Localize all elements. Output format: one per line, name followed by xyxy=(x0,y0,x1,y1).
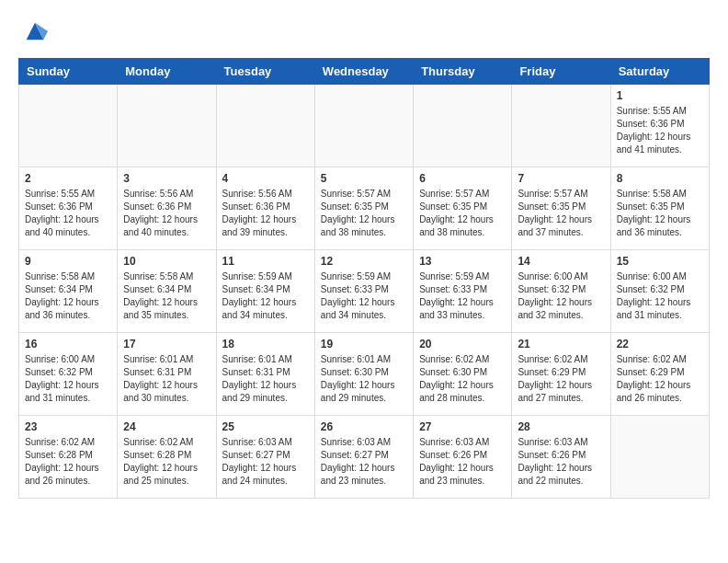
day-info: Sunrise: 5:56 AM Sunset: 6:36 PM Dayligh… xyxy=(123,188,210,239)
day-info: Sunrise: 5:57 AM Sunset: 6:35 PM Dayligh… xyxy=(419,188,506,239)
day-number: 28 xyxy=(518,420,604,433)
col-header-thursday: Thursday xyxy=(414,59,512,85)
day-number: 22 xyxy=(617,338,703,350)
day-info: Sunrise: 6:02 AM Sunset: 6:30 PM Dayligh… xyxy=(419,353,506,405)
week-row-1: 1Sunrise: 5:55 AM Sunset: 6:36 PM Daylig… xyxy=(19,85,710,167)
day-info: Sunrise: 5:59 AM Sunset: 6:33 PM Dayligh… xyxy=(419,270,506,322)
calendar-cell: 17Sunrise: 6:01 AM Sunset: 6:31 PM Dayli… xyxy=(118,333,216,416)
day-number: 9 xyxy=(25,255,111,268)
day-info: Sunrise: 5:56 AM Sunset: 6:36 PM Dayligh… xyxy=(222,188,309,239)
col-header-saturday: Saturday xyxy=(610,59,709,85)
day-info: Sunrise: 6:00 AM Sunset: 6:32 PM Dayligh… xyxy=(518,270,604,322)
calendar-cell: 26Sunrise: 6:03 AM Sunset: 6:27 PM Dayli… xyxy=(314,416,413,499)
day-number: 2 xyxy=(25,172,111,185)
calendar-cell xyxy=(314,85,413,167)
col-header-tuesday: Tuesday xyxy=(216,59,314,85)
header xyxy=(18,18,710,49)
day-number: 15 xyxy=(617,255,703,268)
calendar-cell: 22Sunrise: 6:02 AM Sunset: 6:29 PM Dayli… xyxy=(610,333,709,416)
calendar-cell: 21Sunrise: 6:02 AM Sunset: 6:29 PM Dayli… xyxy=(512,333,610,416)
day-info: Sunrise: 6:01 AM Sunset: 6:31 PM Dayligh… xyxy=(123,353,210,405)
col-header-wednesday: Wednesday xyxy=(314,59,413,85)
week-row-4: 16Sunrise: 6:00 AM Sunset: 6:32 PM Dayli… xyxy=(19,333,710,416)
day-info: Sunrise: 6:02 AM Sunset: 6:29 PM Dayligh… xyxy=(518,353,604,405)
calendar-cell: 15Sunrise: 6:00 AM Sunset: 6:32 PM Dayli… xyxy=(610,250,709,333)
calendar-cell: 6Sunrise: 5:57 AM Sunset: 6:35 PM Daylig… xyxy=(414,167,512,250)
day-info: Sunrise: 5:55 AM Sunset: 6:36 PM Dayligh… xyxy=(617,105,703,156)
calendar-cell: 20Sunrise: 6:02 AM Sunset: 6:30 PM Dayli… xyxy=(414,333,512,416)
day-number: 14 xyxy=(518,255,604,268)
day-number: 17 xyxy=(123,338,210,350)
col-header-friday: Friday xyxy=(512,59,610,85)
calendar-cell: 19Sunrise: 6:01 AM Sunset: 6:30 PM Dayli… xyxy=(314,333,413,416)
calendar-cell xyxy=(19,85,118,167)
day-number: 26 xyxy=(321,420,407,433)
day-info: Sunrise: 5:58 AM Sunset: 6:34 PM Dayligh… xyxy=(123,270,210,322)
calendar-cell: 18Sunrise: 6:01 AM Sunset: 6:31 PM Dayli… xyxy=(216,333,314,416)
day-info: Sunrise: 5:58 AM Sunset: 6:34 PM Dayligh… xyxy=(25,270,111,322)
week-row-2: 2Sunrise: 5:55 AM Sunset: 6:36 PM Daylig… xyxy=(19,167,710,250)
calendar-cell: 12Sunrise: 5:59 AM Sunset: 6:33 PM Dayli… xyxy=(314,250,413,333)
calendar-cell: 5Sunrise: 5:57 AM Sunset: 6:35 PM Daylig… xyxy=(314,167,413,250)
day-info: Sunrise: 6:00 AM Sunset: 6:32 PM Dayligh… xyxy=(617,270,703,322)
day-number: 20 xyxy=(419,338,506,350)
day-info: Sunrise: 5:59 AM Sunset: 6:33 PM Dayligh… xyxy=(321,270,407,322)
day-number: 6 xyxy=(419,172,506,185)
calendar-cell: 4Sunrise: 5:56 AM Sunset: 6:36 PM Daylig… xyxy=(216,167,314,250)
calendar-cell xyxy=(216,85,314,167)
day-number: 12 xyxy=(321,255,407,268)
calendar-cell: 1Sunrise: 5:55 AM Sunset: 6:36 PM Daylig… xyxy=(610,85,709,167)
day-number: 25 xyxy=(222,420,309,433)
calendar-cell: 27Sunrise: 6:03 AM Sunset: 6:26 PM Dayli… xyxy=(414,416,512,499)
day-info: Sunrise: 6:02 AM Sunset: 6:29 PM Dayligh… xyxy=(617,353,703,405)
calendar-cell: 10Sunrise: 5:58 AM Sunset: 6:34 PM Dayli… xyxy=(118,250,216,333)
calendar-header-row: SundayMondayTuesdayWednesdayThursdayFrid… xyxy=(19,59,710,85)
col-header-sunday: Sunday xyxy=(19,59,118,85)
calendar-cell xyxy=(512,85,610,167)
day-number: 1 xyxy=(617,89,703,102)
day-number: 18 xyxy=(222,338,309,350)
day-number: 3 xyxy=(123,172,210,185)
day-number: 19 xyxy=(321,338,407,350)
day-info: Sunrise: 6:03 AM Sunset: 6:26 PM Dayligh… xyxy=(419,436,506,488)
calendar-cell: 28Sunrise: 6:03 AM Sunset: 6:26 PM Dayli… xyxy=(512,416,610,499)
calendar-table: SundayMondayTuesdayWednesdayThursdayFrid… xyxy=(18,58,710,499)
day-info: Sunrise: 5:59 AM Sunset: 6:34 PM Dayligh… xyxy=(222,270,309,322)
calendar-cell: 14Sunrise: 6:00 AM Sunset: 6:32 PM Dayli… xyxy=(512,250,610,333)
calendar-cell: 25Sunrise: 6:03 AM Sunset: 6:27 PM Dayli… xyxy=(216,416,314,499)
calendar-cell xyxy=(118,85,216,167)
calendar-cell: 9Sunrise: 5:58 AM Sunset: 6:34 PM Daylig… xyxy=(19,250,118,333)
day-number: 5 xyxy=(321,172,407,185)
calendar-cell xyxy=(610,416,709,499)
day-info: Sunrise: 5:58 AM Sunset: 6:35 PM Dayligh… xyxy=(617,188,703,239)
calendar-cell: 13Sunrise: 5:59 AM Sunset: 6:33 PM Dayli… xyxy=(414,250,512,333)
calendar-cell: 16Sunrise: 6:00 AM Sunset: 6:32 PM Dayli… xyxy=(19,333,118,416)
day-info: Sunrise: 6:02 AM Sunset: 6:28 PM Dayligh… xyxy=(25,436,111,488)
day-number: 16 xyxy=(25,338,111,350)
logo xyxy=(18,18,48,49)
calendar-cell: 8Sunrise: 5:58 AM Sunset: 6:35 PM Daylig… xyxy=(610,167,709,250)
day-number: 23 xyxy=(25,420,111,433)
day-number: 13 xyxy=(419,255,506,268)
day-number: 21 xyxy=(518,338,604,350)
day-info: Sunrise: 5:55 AM Sunset: 6:36 PM Dayligh… xyxy=(25,188,111,239)
day-number: 27 xyxy=(419,420,506,433)
calendar-cell: 7Sunrise: 5:57 AM Sunset: 6:35 PM Daylig… xyxy=(512,167,610,250)
day-number: 4 xyxy=(222,172,309,185)
week-row-5: 23Sunrise: 6:02 AM Sunset: 6:28 PM Dayli… xyxy=(19,416,710,499)
day-number: 7 xyxy=(518,172,604,185)
day-number: 10 xyxy=(123,255,210,268)
day-number: 24 xyxy=(123,420,210,433)
calendar-cell: 3Sunrise: 5:56 AM Sunset: 6:36 PM Daylig… xyxy=(118,167,216,250)
day-info: Sunrise: 6:00 AM Sunset: 6:32 PM Dayligh… xyxy=(25,353,111,405)
col-header-monday: Monday xyxy=(118,59,216,85)
day-info: Sunrise: 6:03 AM Sunset: 6:27 PM Dayligh… xyxy=(222,436,309,488)
calendar-cell: 2Sunrise: 5:55 AM Sunset: 6:36 PM Daylig… xyxy=(19,167,118,250)
day-info: Sunrise: 6:02 AM Sunset: 6:28 PM Dayligh… xyxy=(123,436,210,488)
day-info: Sunrise: 6:03 AM Sunset: 6:26 PM Dayligh… xyxy=(518,436,604,488)
day-info: Sunrise: 5:57 AM Sunset: 6:35 PM Dayligh… xyxy=(518,188,604,239)
day-info: Sunrise: 6:01 AM Sunset: 6:31 PM Dayligh… xyxy=(222,353,309,405)
day-info: Sunrise: 6:03 AM Sunset: 6:27 PM Dayligh… xyxy=(321,436,407,488)
logo-icon xyxy=(22,18,48,44)
calendar-cell xyxy=(414,85,512,167)
